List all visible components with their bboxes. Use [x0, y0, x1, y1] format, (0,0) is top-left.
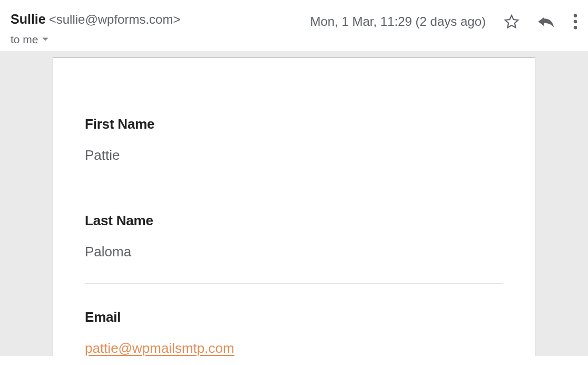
field-label: Email — [85, 309, 503, 325]
to-label: to me — [11, 33, 38, 46]
star-icon[interactable] — [504, 14, 520, 30]
svg-point-2 — [574, 26, 577, 30]
chevron-down-icon — [42, 37, 49, 42]
email-link[interactable]: pattie@wpmailsmtp.com — [85, 340, 234, 356]
email-header: Sullie <sullie@wpforms.com> to me Mon, 1… — [0, 0, 588, 51]
more-icon[interactable] — [573, 14, 577, 30]
reply-icon[interactable] — [537, 15, 555, 28]
field-label: First Name — [85, 116, 503, 132]
field-block-last-name: Last Name Paloma — [85, 213, 503, 284]
field-value: Paloma — [85, 244, 503, 260]
email-card: First Name Pattie Last Name Paloma Email… — [53, 57, 535, 356]
field-block-email: Email pattie@wpmailsmtp.com — [85, 309, 503, 357]
sender-email: <sullie@wpforms.com> — [49, 12, 181, 27]
svg-point-0 — [574, 14, 577, 18]
field-value: Pattie — [85, 147, 503, 164]
from-block: Sullie <sullie@wpforms.com> to me — [11, 12, 180, 46]
content-pad: First Name Pattie Last Name Paloma Email… — [0, 51, 588, 356]
to-recipient-dropdown[interactable]: to me — [11, 33, 180, 46]
field-block-first-name: First Name Pattie — [85, 116, 503, 187]
svg-point-1 — [574, 20, 577, 24]
from-line: Sullie <sullie@wpforms.com> — [11, 12, 180, 27]
email-date: Mon, 1 Mar, 11:29 (2 days ago) — [310, 14, 486, 29]
field-label: Last Name — [85, 213, 503, 229]
header-actions: Mon, 1 Mar, 11:29 (2 days ago) — [310, 12, 577, 30]
email-body-area: First Name Pattie Last Name Paloma Email… — [0, 51, 588, 356]
sender-name: Sullie — [11, 12, 46, 27]
